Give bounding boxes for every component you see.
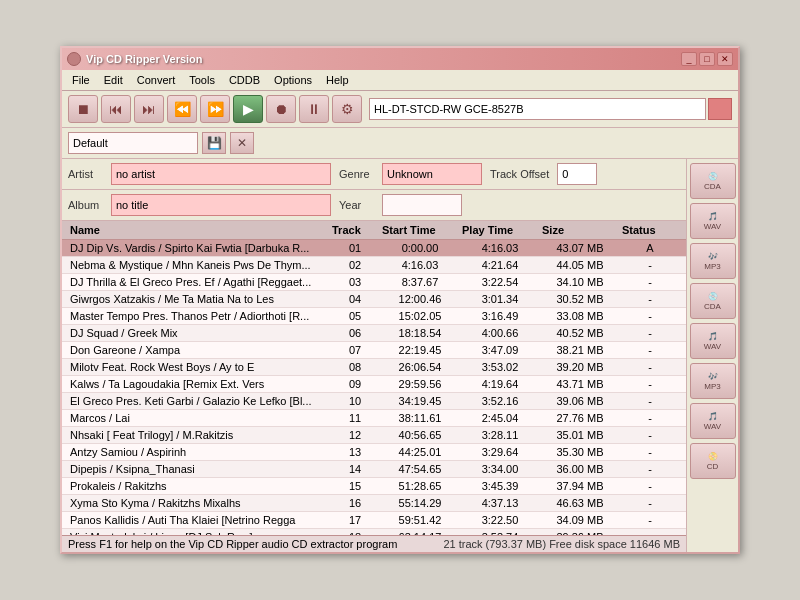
track-row[interactable]: DJ Dip Vs. Vardis / Spirto Kai Fwtia [Da…: [62, 240, 686, 257]
col-name: Name: [68, 223, 330, 237]
side-btn-wav2[interactable]: 🎵 WAV: [690, 323, 736, 359]
track-row[interactable]: Marcos / Lai 11 38:11.61 2:45.04 27.76 M…: [62, 410, 686, 427]
track-size: 43.71 MB: [540, 377, 620, 391]
track-start: 34:19.45: [380, 394, 460, 408]
track-row[interactable]: Vivi Mastraleksi / Liono [DJ Sak Rmx] 18…: [62, 529, 686, 535]
track-row[interactable]: Xyma Sto Kyma / Rakitzhs Mixalhs 16 55:1…: [62, 495, 686, 512]
track-play: 3:34.00: [460, 462, 540, 476]
menu-edit[interactable]: Edit: [98, 72, 129, 88]
track-row[interactable]: El Greco Pres. Keti Garbi / Galazio Ke L…: [62, 393, 686, 410]
track-offset-input[interactable]: [557, 163, 597, 185]
track-row[interactable]: Dipepis / Ksipna_Thanasi 14 47:54.65 3:3…: [62, 461, 686, 478]
track-number: 07: [330, 343, 380, 357]
track-name: DJ Dip Vs. Vardis / Spirto Kai Fwtia [Da…: [68, 241, 330, 255]
menu-options[interactable]: Options: [268, 72, 318, 88]
menu-convert[interactable]: Convert: [131, 72, 182, 88]
minimize-button[interactable]: _: [681, 52, 697, 66]
title-buttons: _ □ ✕: [681, 52, 733, 66]
track-start: 63:14.17: [380, 530, 460, 535]
track-row[interactable]: Master Tempo Pres. Thanos Petr / Adiorth…: [62, 308, 686, 325]
track-row[interactable]: Prokaleis / Rakitzhs 15 51:28.65 3:45.39…: [62, 478, 686, 495]
track-number: 09: [330, 377, 380, 391]
main-content: Artist Genre Track Offset Album Year Na: [62, 159, 738, 552]
track-size: 36.00 MB: [540, 462, 620, 476]
cd-label: CD: [707, 462, 719, 471]
track-row[interactable]: Milotv Feat. Rock West Boys / Ay to E 08…: [62, 359, 686, 376]
track-name: Xyma Sto Kyma / Rakitzhs Mixalhs: [68, 496, 330, 510]
record-button[interactable]: ⏺: [266, 95, 296, 123]
side-btn-wav1[interactable]: 🎵 WAV: [690, 203, 736, 239]
track-row[interactable]: Panos Kallidis / Auti Tha Klaiei [Netrin…: [62, 512, 686, 529]
track-start: 4:16.03: [380, 258, 460, 272]
side-btn-cd[interactable]: 📀 CD: [690, 443, 736, 479]
menu-help[interactable]: Help: [320, 72, 355, 88]
status-bar: Press F1 for help on the Vip CD Ripper a…: [62, 535, 686, 552]
track-number: 05: [330, 309, 380, 323]
track-status: -: [620, 530, 680, 535]
track-number: 02: [330, 258, 380, 272]
rewind-button[interactable]: ⏪: [167, 95, 197, 123]
col-start: Start Time: [380, 223, 460, 237]
mp31-label: MP3: [704, 262, 720, 271]
side-btn-wav3[interactable]: 🎵 WAV: [690, 403, 736, 439]
genre-input[interactable]: [382, 163, 482, 185]
side-btn-cda2[interactable]: 💿 CDA: [690, 283, 736, 319]
track-start: 12:00.46: [380, 292, 460, 306]
track-number: 06: [330, 326, 380, 340]
track-start: 44:25.01: [380, 445, 460, 459]
track-status: -: [620, 496, 680, 510]
track-row[interactable]: Kalws / Ta Lagoudakia [Remix Ext. Vers 0…: [62, 376, 686, 393]
profile-save-button[interactable]: 💾: [202, 132, 226, 154]
side-btn-cda1[interactable]: 💿 CDA: [690, 163, 736, 199]
next-button[interactable]: ⏭: [134, 95, 164, 123]
prev-button[interactable]: ⏮: [101, 95, 131, 123]
menu-tools[interactable]: Tools: [183, 72, 221, 88]
track-row[interactable]: DJ Squad / Greek Mix 06 18:18.54 4:00.66…: [62, 325, 686, 342]
col-play: Play Time: [460, 223, 540, 237]
track-size: 33.08 MB: [540, 309, 620, 323]
track-row[interactable]: Don Gareone / Xampa 07 22:19.45 3:47.09 …: [62, 342, 686, 359]
mp31-icon: 🎶: [708, 252, 718, 261]
drive-bar: [369, 98, 732, 120]
track-size: 39.20 MB: [540, 360, 620, 374]
track-name: DJ Squad / Greek Mix: [68, 326, 330, 340]
year-input[interactable]: [382, 194, 462, 216]
track-number: 11: [330, 411, 380, 425]
forward-button[interactable]: ⏩: [200, 95, 230, 123]
track-play: 4:37.13: [460, 496, 540, 510]
menu-cddb[interactable]: CDDB: [223, 72, 266, 88]
track-number: 08: [330, 360, 380, 374]
track-row[interactable]: Antzy Samiou / Aspirinh 13 44:25.01 3:29…: [62, 444, 686, 461]
track-play: 3:47.09: [460, 343, 540, 357]
settings-button[interactable]: ⚙: [332, 95, 362, 123]
profile-input[interactable]: [68, 132, 198, 154]
drive-input[interactable]: [369, 98, 706, 120]
track-name: Marcos / Lai: [68, 411, 330, 425]
menu-bar: File Edit Convert Tools CDDB Options Hel…: [62, 70, 738, 91]
genre-label: Genre: [339, 168, 374, 180]
track-row[interactable]: Nebma & Mystique / Mhn Kaneis Pws De Thy…: [62, 257, 686, 274]
side-btn-mp31[interactable]: 🎶 MP3: [690, 243, 736, 279]
profile-cancel-button[interactable]: ✕: [230, 132, 254, 154]
track-row[interactable]: Giwrgos Xatzakis / Me Ta Matia Na to Les…: [62, 291, 686, 308]
artist-input[interactable]: [111, 163, 331, 185]
track-list-header: Name Track Start Time Play Time Size Sta…: [62, 221, 686, 240]
side-btn-mp32[interactable]: 🎶 MP3: [690, 363, 736, 399]
close-button[interactable]: ✕: [717, 52, 733, 66]
stop-button[interactable]: ⏹: [68, 95, 98, 123]
track-play: 3:16.49: [460, 309, 540, 323]
maximize-button[interactable]: □: [699, 52, 715, 66]
track-row[interactable]: Nhsaki [ Feat Trilogy] / M.Rakitzis 12 4…: [62, 427, 686, 444]
album-input[interactable]: [111, 194, 331, 216]
track-status: -: [620, 292, 680, 306]
track-row[interactable]: DJ Thrilla & El Greco Pres. Ef / Agathi …: [62, 274, 686, 291]
col-size: Size: [540, 223, 620, 237]
play-button[interactable]: ▶: [233, 95, 263, 123]
menu-file[interactable]: File: [66, 72, 96, 88]
pause-button[interactable]: ⏸: [299, 95, 329, 123]
cda1-label: CDA: [704, 182, 721, 191]
track-list[interactable]: DJ Dip Vs. Vardis / Spirto Kai Fwtia [Da…: [62, 240, 686, 535]
track-size: 39.36 MB: [540, 530, 620, 535]
track-start: 29:59.56: [380, 377, 460, 391]
track-start: 47:54.65: [380, 462, 460, 476]
